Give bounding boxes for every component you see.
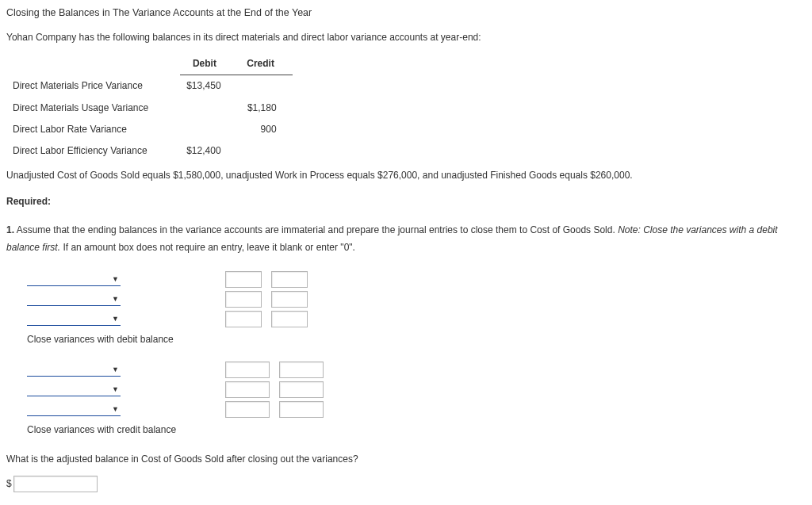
row-label: Direct Labor Rate Variance xyxy=(6,119,180,140)
debit-amount-input[interactable] xyxy=(225,311,262,327)
q1-num: 1. xyxy=(6,224,14,235)
required-label: Required: xyxy=(6,194,806,209)
final-answer-row: $ xyxy=(6,476,806,492)
chevron-down-icon: ▼ xyxy=(112,316,119,323)
account-dropdown[interactable]: ▼ xyxy=(27,403,121,416)
row-label: Direct Materials Price Variance xyxy=(6,75,180,98)
journal-entry-debit-block: ▼ ▼ ▼ Close variances with debit balance xyxy=(27,271,806,347)
chevron-down-icon: ▼ xyxy=(112,366,119,373)
credit-amount-input[interactable] xyxy=(279,362,324,378)
account-dropdown[interactable]: ▼ xyxy=(27,312,121,326)
row-debit xyxy=(180,119,236,140)
row-credit xyxy=(237,140,293,162)
variance-table: Debit Credit Direct Materials Price Vari… xyxy=(6,53,293,162)
account-dropdown[interactable]: ▼ xyxy=(27,383,121,396)
intro-text: Yohan Company has the following balances… xyxy=(6,30,806,45)
row-label: Direct Materials Usage Variance xyxy=(6,98,180,119)
credit-amount-input[interactable] xyxy=(271,311,308,327)
col-header-debit: Debit xyxy=(180,53,236,75)
adjusted-cogs-input[interactable] xyxy=(13,476,98,492)
q1-text-b: If an amount box does not require an ent… xyxy=(60,242,355,253)
account-dropdown[interactable]: ▼ xyxy=(27,273,121,286)
row-credit: $1,180 xyxy=(237,98,293,119)
row-label: Direct Labor Efficiency Variance xyxy=(6,140,180,162)
close-credit-note: Close variances with credit balance xyxy=(27,423,806,438)
debit-amount-input[interactable] xyxy=(225,271,262,288)
account-dropdown[interactable]: ▼ xyxy=(27,363,121,377)
debit-amount-input[interactable] xyxy=(225,401,270,418)
dollar-sign: $ xyxy=(6,476,12,492)
credit-amount-input[interactable] xyxy=(271,291,308,308)
table-row: Direct Materials Usage Variance $1,180 xyxy=(6,98,293,119)
credit-amount-input[interactable] xyxy=(279,401,324,418)
chevron-down-icon: ▼ xyxy=(112,296,119,303)
final-question: What is the adjusted balance in Cost of … xyxy=(6,452,806,467)
unadjusted-note: Unadjusted Cost of Goods Sold equals $1,… xyxy=(6,168,806,183)
debit-amount-input[interactable] xyxy=(225,291,262,308)
table-row: Direct Labor Efficiency Variance $12,400 xyxy=(6,140,293,162)
chevron-down-icon: ▼ xyxy=(112,386,119,393)
q1-text-a: Assume that the ending balances in the v… xyxy=(14,224,618,235)
row-credit: 900 xyxy=(237,119,293,140)
table-row: Direct Materials Price Variance $13,450 xyxy=(6,75,293,98)
row-debit: $12,400 xyxy=(180,140,236,162)
row-credit xyxy=(237,75,293,98)
col-header-credit: Credit xyxy=(237,53,293,75)
row-debit xyxy=(180,98,236,119)
debit-amount-input[interactable] xyxy=(225,362,270,378)
debit-amount-input[interactable] xyxy=(225,381,270,398)
journal-entry-credit-block: ▼ ▼ ▼ Close variances with credit balanc… xyxy=(27,362,806,438)
page-title: Closing the Balances in The Variance Acc… xyxy=(6,5,806,21)
credit-amount-input[interactable] xyxy=(279,381,324,398)
q1-note-label: Note: xyxy=(618,224,643,235)
close-debit-note: Close variances with debit balance xyxy=(27,332,806,347)
chevron-down-icon: ▼ xyxy=(112,406,119,413)
row-debit: $13,450 xyxy=(180,75,236,98)
account-dropdown[interactable]: ▼ xyxy=(27,293,121,306)
question-1: 1. Assume that the ending balances in th… xyxy=(6,221,806,258)
table-row: Direct Labor Rate Variance 900 xyxy=(6,119,293,140)
chevron-down-icon: ▼ xyxy=(112,276,119,283)
credit-amount-input[interactable] xyxy=(271,271,308,288)
